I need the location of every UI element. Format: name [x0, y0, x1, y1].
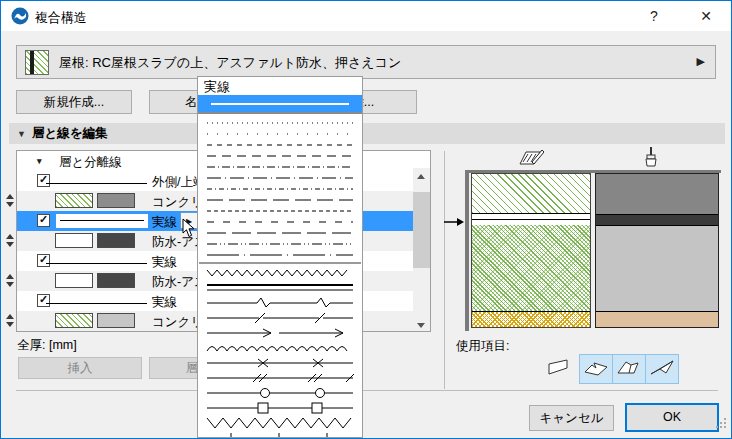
mouse-cursor-icon [182, 218, 195, 238]
linetype-option-break-zigzag[interactable] [198, 295, 362, 310]
new-button[interactable]: 新規作成... [16, 90, 132, 114]
cut-fill-pen-icon [518, 148, 544, 168]
linetype-option-wave[interactable] [198, 340, 362, 355]
linetype-option-dots-fine[interactable] [198, 117, 362, 128]
line-visibility-checkbox[interactable] [37, 294, 50, 307]
row-label: 実線 [152, 294, 177, 311]
line-visibility-checkbox[interactable] [37, 214, 50, 227]
line-swatch [46, 303, 147, 304]
linetype-option-dashdot[interactable] [198, 161, 362, 172]
row-move-handle[interactable] [5, 274, 14, 287]
linetype-popup: 実線 [197, 76, 363, 438]
surface-swatch[interactable] [97, 313, 135, 328]
composite-preview [465, 170, 721, 331]
usage-label: 使用項目: [456, 338, 509, 355]
line-swatch [56, 214, 148, 228]
linetype-group-separator [198, 260, 362, 265]
scroll-down-icon[interactable] [413, 317, 430, 332]
resize-grip[interactable] [716, 426, 718, 428]
line-swatch [46, 183, 147, 184]
row-move-handle[interactable] [5, 314, 14, 327]
linetype-option-dash-short[interactable] [198, 139, 362, 150]
line-swatch [46, 263, 147, 264]
cut-fill-swatch[interactable] [55, 313, 93, 328]
linetype-option-zigzag-large[interactable] [198, 415, 362, 430]
table-scrollbar[interactable] [413, 168, 430, 332]
composite-name: 屋根: RC屋根スラブの上、アスファルト防水、押さえコン [59, 54, 401, 72]
row-move-handle[interactable] [5, 194, 14, 207]
section-title: 層と線を編集 [32, 126, 108, 140]
app-icon [11, 7, 29, 25]
usage-shell-icon[interactable] [645, 354, 679, 384]
usage-slab-icon[interactable] [579, 354, 613, 384]
ok-button[interactable]: OK [625, 403, 719, 432]
linetype-option-zigzag-small[interactable] [198, 265, 362, 280]
surface-swatch[interactable] [97, 233, 135, 248]
cut-fill-swatch[interactable] [55, 233, 93, 248]
line-visibility-checkbox[interactable] [37, 174, 50, 187]
banner-expand-arrow-icon[interactable]: ▶ [697, 55, 705, 68]
linetype-option-dots-sparse[interactable] [198, 128, 362, 139]
linetype-option-squares[interactable] [198, 400, 362, 415]
close-button[interactable]: ✕ [691, 5, 721, 27]
cut-fill-column[interactable] [471, 173, 591, 328]
usage-wall-icon[interactable] [542, 354, 574, 384]
total-thickness-label: 全厚: [mm] [17, 337, 77, 354]
usage-roof-icon[interactable] [612, 354, 646, 384]
linetype-option-dash-long[interactable] [198, 194, 362, 205]
row-move-handle[interactable] [5, 234, 14, 247]
scroll-up-icon[interactable] [413, 168, 430, 184]
linetype-option-break-slash[interactable] [198, 310, 362, 325]
linetype-option-x-marks[interactable] [198, 355, 362, 370]
row-label: 実線 [152, 214, 177, 231]
section-edit-layers-lines[interactable]: ▼層と線を編集 [9, 123, 725, 144]
selected-layer-arrow-icon [444, 217, 464, 227]
linetype-option-dashdot-2[interactable] [198, 183, 362, 194]
row-label: 層と分離線 [59, 154, 122, 171]
surface-column[interactable] [595, 173, 719, 328]
linetype-option-dash-med[interactable] [198, 150, 362, 161]
linetype-option-double-line[interactable] [198, 280, 362, 295]
cut-fill-swatch[interactable] [55, 193, 93, 208]
cancel-button[interactable]: キャンセル [529, 405, 614, 431]
linetype-option-dash-dense[interactable] [198, 205, 362, 216]
linetype-option-plus-marks[interactable] [198, 430, 362, 438]
line-visibility-checkbox[interactable] [37, 254, 50, 267]
surface-swatch[interactable] [97, 193, 135, 208]
separator-check-icon[interactable] [37, 153, 43, 167]
linetype-option-dash-xlong[interactable] [198, 227, 362, 238]
footer-divider [16, 390, 718, 391]
linetype-option-circles[interactable] [198, 385, 362, 400]
composite-selector-banner[interactable]: 屋根: RC屋根スラブの上、アスファルト防水、押さえコン ▶ [16, 45, 716, 79]
linetype-option-longdash-dot[interactable] [198, 249, 362, 260]
composite-thumbnail-icon [25, 50, 49, 75]
title-bar[interactable]: 複合構造 ? ✕ [1, 1, 731, 31]
linetype-current-name: 実線 [198, 77, 362, 95]
linetype-option-dashdotdot[interactable] [198, 238, 362, 249]
row-label: 実線 [152, 254, 177, 271]
cut-fill-swatch[interactable] [55, 273, 93, 288]
insert-button[interactable]: 挿入 [18, 357, 142, 379]
help-button[interactable]: ? [639, 5, 669, 27]
scrollbar-thumb[interactable] [413, 192, 430, 268]
surface-swatch[interactable] [97, 273, 135, 288]
dialog-title: 複合構造 [35, 9, 87, 27]
surface-paintbrush-icon [643, 146, 659, 168]
composite-structure-dialog: 複合構造 ? ✕ 屋根: RC屋根スラブの上、アスファルト防水、押さえコン ▶ … [0, 0, 732, 439]
linetype-option-dashdot-long[interactable] [198, 172, 362, 183]
linetype-option-dash-spaced[interactable] [198, 216, 362, 227]
linetype-option-double-slash[interactable] [198, 370, 362, 385]
collapse-arrow-icon[interactable]: ▼ [17, 129, 26, 139]
linetype-option-solid-selected[interactable] [198, 95, 362, 112]
linetype-option-arrows[interactable] [198, 325, 362, 340]
panel-divider [444, 151, 445, 389]
